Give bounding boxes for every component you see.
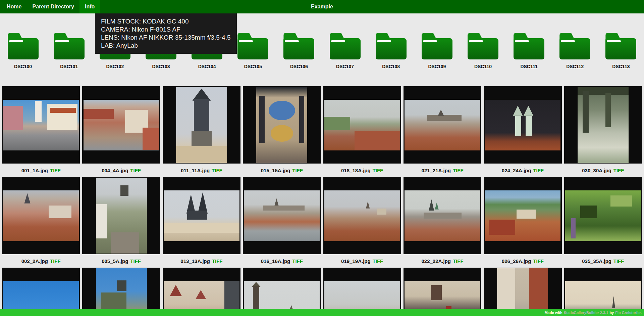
thumbnail-tiff-link[interactable]: TIFF [373, 258, 383, 264]
folder-item[interactable]: DSC108 [368, 33, 414, 69]
thumbnail-tiff-link[interactable]: TIFF [50, 258, 61, 264]
folder-label: DSC107 [336, 64, 354, 69]
gallery-grid: 001_1A.jpg TIFF 004_4A.jpg TIFF 011_11A.… [0, 86, 644, 316]
folder-item[interactable]: DSC105 [230, 33, 276, 69]
thumbnail-tiff-link[interactable]: TIFF [292, 258, 303, 264]
thumbnail-caption: 022_22A.jpg TIFF [404, 254, 481, 268]
gallery-thumbnail: 019_19A.jpg TIFF [323, 177, 401, 268]
thumbnail-tiff-link[interactable]: TIFF [373, 168, 383, 173]
folder-label: DSC110 [474, 64, 492, 69]
thumbnail-image[interactable] [404, 86, 481, 164]
thumbnail-filename-link[interactable]: 018_18A.jpg [341, 168, 371, 173]
thumbnail-image[interactable] [484, 177, 561, 254]
folder-item[interactable]: DSC110 [460, 33, 506, 69]
thumbnail-tiff-link[interactable]: TIFF [212, 258, 223, 264]
thumbnail-tiff-link[interactable]: TIFF [533, 168, 544, 173]
thumbnail-filename-link[interactable]: 015_15A.jpg [261, 168, 290, 173]
folder-label: DSC106 [290, 64, 308, 69]
footer-bar: Made with StaticGalleryBuilder 2.3.1 by … [0, 309, 644, 316]
tooltip-line-lens: LENS: Nikon AF NIKKOR 35-135mm f/3.5-4.5 [101, 34, 231, 42]
folder-item[interactable]: DSC111 [506, 33, 552, 69]
thumbnail-caption: 001_1A.jpg TIFF [2, 164, 80, 177]
folder-label: DSC104 [198, 64, 216, 69]
nav-link-info[interactable]: Info [79, 0, 100, 13]
thumbnail-filename-link[interactable]: 024_24A.jpg [502, 168, 531, 173]
thumbnail-image[interactable] [484, 86, 561, 164]
thumbnail-image[interactable] [163, 86, 240, 164]
folder-icon [468, 33, 498, 59]
thumbnail-image[interactable] [82, 86, 160, 164]
tooltip-line-film-stock: FILM STOCK: KODAK GC 400 [101, 17, 231, 26]
thumbnail-image[interactable] [82, 177, 160, 254]
folder-item[interactable]: DSC112 [552, 33, 598, 69]
thumbnail-image[interactable] [564, 177, 642, 254]
nav-link-home[interactable]: Home [1, 0, 27, 13]
thumbnail-filename-link[interactable]: 021_21A.jpg [421, 168, 451, 173]
footer-author-link[interactable]: Flo Greistorfer. [615, 311, 642, 315]
thumbnail-filename-link[interactable]: 011_11A.jpg [181, 168, 210, 173]
thumbnail-filename-link[interactable]: 016_16A.jpg [261, 258, 290, 264]
folder-item[interactable]: DSC109 [414, 33, 460, 69]
folder-icon [283, 33, 314, 59]
thumbnail-tiff-link[interactable]: TIFF [453, 168, 464, 173]
gallery-thumbnail: 016_16A.jpg TIFF [243, 177, 321, 268]
thumbnail-image[interactable] [564, 86, 642, 164]
gallery-thumbnail: 026_26A.jpg TIFF [484, 177, 561, 268]
thumbnail-caption: 002_2A.jpg TIFF [2, 254, 80, 268]
thumbnail-image[interactable] [163, 177, 240, 254]
thumbnail-filename-link[interactable]: 035_35A.jpg [582, 258, 611, 264]
thumbnail-tiff-link[interactable]: TIFF [453, 258, 464, 264]
thumbnail-tiff-link[interactable]: TIFF [533, 258, 544, 264]
thumbnail-image[interactable] [2, 86, 80, 164]
gallery-thumbnail: 018_18A.jpg TIFF [323, 86, 401, 177]
thumbnail-filename-link[interactable]: 013_13A.jpg [180, 258, 210, 264]
thumbnail-tiff-link[interactable]: TIFF [130, 168, 141, 173]
thumbnail-image[interactable] [2, 177, 80, 254]
folder-icon [559, 33, 590, 59]
thumbnail-filename-link[interactable]: 002_2A.jpg [21, 258, 48, 264]
nav-link-parent-directory[interactable]: Parent Directory [27, 0, 79, 13]
thumbnail-tiff-link[interactable]: TIFF [130, 258, 141, 264]
tooltip-line-camera: CAMERA: Nikon F-801S AF [101, 26, 231, 34]
folder-item[interactable]: DSC107 [322, 33, 368, 69]
thumbnail-image[interactable] [243, 86, 321, 164]
gallery-thumbnail: 011_11A.jpg TIFF [163, 86, 240, 177]
thumbnail-image[interactable] [404, 177, 481, 254]
folder-item[interactable]: DSC100 [0, 33, 46, 69]
thumbnail-caption: 016_16A.jpg TIFF [243, 254, 321, 268]
footer-made-with-text: Made with [544, 311, 562, 315]
folder-icon [330, 33, 361, 59]
footer-builder-link[interactable]: StaticGalleryBuilder 2.3.1 [564, 311, 608, 315]
folder-item[interactable]: DSC106 [276, 33, 322, 69]
thumbnail-image[interactable] [243, 177, 321, 254]
thumbnail-caption: 021_21A.jpg TIFF [404, 164, 481, 177]
folder-label: DSC100 [14, 64, 32, 69]
thumbnail-tiff-link[interactable]: TIFF [50, 168, 61, 173]
navbar: Home Parent Directory Info Example [0, 0, 644, 13]
thumbnail-image[interactable] [323, 177, 401, 254]
thumbnail-tiff-link[interactable]: TIFF [613, 168, 624, 173]
gallery-thumbnail: 021_21A.jpg TIFF [404, 86, 481, 177]
thumbnail-image[interactable] [323, 86, 401, 164]
thumbnail-filename-link[interactable]: 030_30A.jpg [582, 168, 611, 173]
thumbnail-caption: 030_30A.jpg TIFF [564, 164, 642, 177]
gallery-thumbnail: 015_15A.jpg TIFF [243, 86, 321, 177]
folder-item[interactable]: DSC101 [46, 33, 92, 69]
thumbnail-tiff-link[interactable]: TIFF [292, 168, 303, 173]
thumbnail-filename-link[interactable]: 019_19A.jpg [341, 258, 371, 264]
folder-label: DSC111 [520, 64, 537, 69]
thumbnail-filename-link[interactable]: 026_26A.jpg [502, 258, 531, 264]
thumbnail-tiff-link[interactable]: TIFF [212, 168, 222, 173]
folder-icon [376, 33, 407, 59]
thumbnail-filename-link[interactable]: 022_22A.jpg [421, 258, 451, 264]
footer-by-text: by [609, 311, 614, 315]
thumbnail-filename-link[interactable]: 004_4A.jpg [102, 168, 128, 173]
thumbnail-caption: 019_19A.jpg TIFF [323, 254, 401, 268]
gallery-thumbnail: 022_22A.jpg TIFF [404, 177, 481, 268]
folder-item[interactable]: DSC113 [598, 33, 644, 69]
thumbnail-filename-link[interactable]: 005_5A.jpg [102, 258, 128, 264]
thumbnail-filename-link[interactable]: 001_1A.jpg [21, 168, 48, 173]
folder-label: DSC108 [382, 64, 400, 69]
gallery-thumbnail: 002_2A.jpg TIFF [2, 177, 80, 268]
thumbnail-tiff-link[interactable]: TIFF [613, 258, 624, 264]
